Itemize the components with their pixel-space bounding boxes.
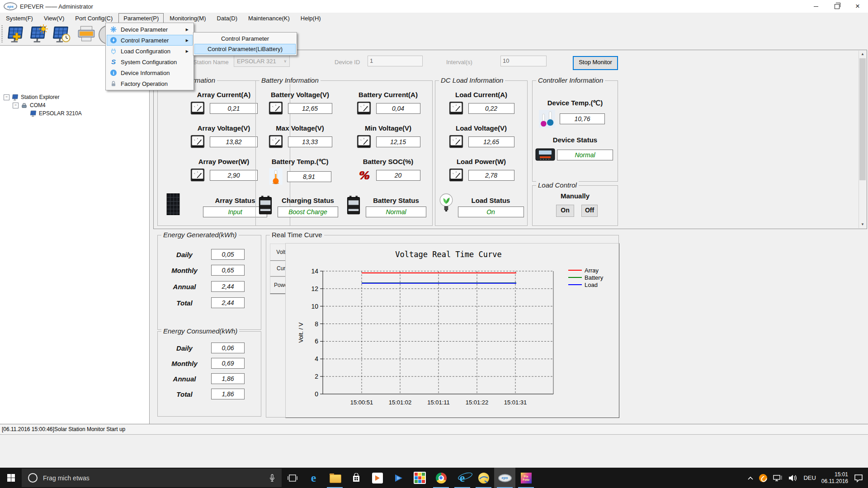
battery-temp-value: 8,91 <box>287 171 331 182</box>
menu-system[interactable]: System(F) <box>1 13 38 23</box>
scrollbar-thumb[interactable] <box>859 58 866 180</box>
media-player-icon <box>372 473 383 483</box>
gauge-icon <box>356 101 372 116</box>
percent-icon <box>356 168 372 183</box>
svg-text:Array: Array <box>585 267 599 274</box>
vertical-scrollbar[interactable]: ▲ ▼ <box>859 51 866 228</box>
submenu-item-control-parameter[interactable]: Control Parameter <box>194 33 296 44</box>
menu-item-load-configuration[interactable]: Load Configuration▶ <box>107 46 193 56</box>
taskbar-globe-app[interactable] <box>473 468 494 488</box>
gear-icon <box>110 26 117 33</box>
load-voltage-value: 12,65 <box>468 136 514 147</box>
menu-item-factory-operation[interactable]: Factory Operation <box>107 78 193 89</box>
language-indicator[interactable]: DEU <box>803 474 816 481</box>
solar-panel-dark-icon <box>166 193 180 216</box>
array-power-value: 2,90 <box>210 170 258 181</box>
taskbar-clock[interactable]: 15:01 06.11.2016 <box>821 471 848 485</box>
gauge-icon <box>268 101 283 116</box>
action-center-icon[interactable] <box>854 474 863 483</box>
menu-port-config[interactable]: Port Config(C) <box>70 13 118 23</box>
controller-device-icon <box>535 148 555 161</box>
energy-gen-annual: 2,44 <box>211 281 245 292</box>
taskbar-grid-apps[interactable] <box>409 468 430 488</box>
solar-station-add-icon[interactable] <box>6 25 26 44</box>
menu-item-control-parameter[interactable]: Control Parameter▶ <box>107 35 193 46</box>
menu-maintenance[interactable]: Maintenance(K) <box>243 13 295 23</box>
gauge-icon <box>268 134 283 150</box>
tree-item-com4[interactable]: − COM4 <box>13 102 46 109</box>
taskbar-media-player[interactable] <box>367 468 388 488</box>
light-bulb-icon <box>438 192 454 215</box>
menu-help[interactable]: Help(H) <box>296 13 326 23</box>
interval-input[interactable]: 10 <box>500 56 547 66</box>
solar-station-clock-icon[interactable] <box>52 25 71 44</box>
svg-text:15:01:11: 15:01:11 <box>427 399 450 406</box>
taskbar-store[interactable] <box>345 468 367 488</box>
submenu-item-control-parameter-libattery[interactable]: Control Parameter(LiBattery) <box>194 44 296 54</box>
close-button[interactable]: × <box>847 0 868 13</box>
svg-text:14: 14 <box>311 267 318 275</box>
epever-app-icon: eps <box>498 474 512 482</box>
taskbar-internet-explorer[interactable]: e <box>452 468 473 488</box>
dc-load-information-panel: DC Load Information Load Current(A) 0,22… <box>435 80 528 226</box>
taskbar-fixfoto[interactable]: FixFoto <box>515 468 537 488</box>
stop-monitor-button[interactable]: Stop Monitor <box>573 56 618 70</box>
start-button[interactable] <box>0 468 22 488</box>
printer-icon[interactable] <box>77 25 97 44</box>
taskbar-edge[interactable]: e <box>303 468 324 488</box>
grid-apps-icon <box>414 472 426 484</box>
store-icon <box>352 473 361 483</box>
menu-view[interactable]: View(V) <box>39 13 69 23</box>
menu-item-device-information[interactable]: Device Information <box>107 67 193 78</box>
svg-text:15:00:51: 15:00:51 <box>350 399 373 406</box>
menu-monitoring[interactable]: Monitoring(M) <box>165 13 211 23</box>
gauge-icon <box>448 134 464 150</box>
mic-icon[interactable] <box>269 474 275 483</box>
avira-icon[interactable] <box>759 474 767 482</box>
solar-panel-icon <box>12 94 19 101</box>
com-port-icon <box>21 102 28 109</box>
tree-item-device[interactable]: EPSOLAR 3210A <box>30 110 82 117</box>
restore-button[interactable] <box>826 0 847 13</box>
menu-data[interactable]: Data(D) <box>212 13 243 23</box>
energy-con-annual: 1,86 <box>211 373 245 384</box>
taskbar-file-explorer[interactable] <box>324 468 345 488</box>
cortana-icon <box>28 473 38 483</box>
task-view-button[interactable] <box>282 468 303 488</box>
expand-collapse-icon[interactable]: − <box>13 103 19 108</box>
tray-chevron-icon[interactable] <box>747 476 754 480</box>
load-on-button[interactable]: On <box>556 205 574 217</box>
toolbar-drag-handle[interactable] <box>1 25 3 43</box>
station-name-select[interactable]: EPSOLAR 321∨ <box>234 55 290 67</box>
taskbar-search[interactable]: Frag mich etwas <box>22 469 282 487</box>
load-off-button[interactable]: Off <box>581 205 598 217</box>
manually-label: Manually <box>533 192 618 200</box>
device-id-input[interactable]: 1 <box>368 56 423 66</box>
scroll-up-icon[interactable]: ▲ <box>859 51 866 58</box>
menu-item-device-parameter[interactable]: Device Parameter▶ <box>107 24 193 35</box>
solar-station-sun-icon[interactable] <box>29 25 49 44</box>
chevron-down-icon: ∨ <box>283 59 287 63</box>
expand-collapse-icon[interactable]: − <box>4 94 9 100</box>
energy-gen-daily: 0,05 <box>211 249 245 260</box>
menu-parameter[interactable]: Parameter(P) <box>118 13 164 23</box>
taskbar-movies-tv[interactable] <box>388 468 409 488</box>
window-title: EPEVER —— Administrator <box>20 3 93 10</box>
minimize-button[interactable] <box>806 0 826 13</box>
gauge-icon <box>190 134 205 150</box>
status-bar: [06.11.2016 15:00:46]Solar Station Monit… <box>0 424 868 435</box>
solar-panel-icon <box>30 110 37 117</box>
taskbar-chrome[interactable] <box>430 468 452 488</box>
scroll-down-icon[interactable]: ▼ <box>859 221 866 228</box>
network-icon[interactable] <box>773 474 783 482</box>
real-time-curve-panel: Real Time Curve Volt. Cur. Power 0246810… <box>266 235 619 418</box>
tree-item-station-explorer[interactable]: − Station Explorer <box>4 94 59 101</box>
speaker-icon[interactable] <box>788 474 798 482</box>
internet-explorer-icon: e <box>460 471 465 485</box>
parameter-dropdown-menu: Device Parameter▶ Control Parameter▶ Loa… <box>105 23 194 90</box>
taskbar-epever-app[interactable]: eps <box>494 468 515 488</box>
controller-information-panel: Controller Information Device Temp.(℃) 1… <box>532 80 618 182</box>
menu-item-system-configuration[interactable]: System Configuration <box>107 56 193 67</box>
chrome-icon <box>436 473 447 483</box>
dual-thermometer-icon <box>539 110 555 128</box>
